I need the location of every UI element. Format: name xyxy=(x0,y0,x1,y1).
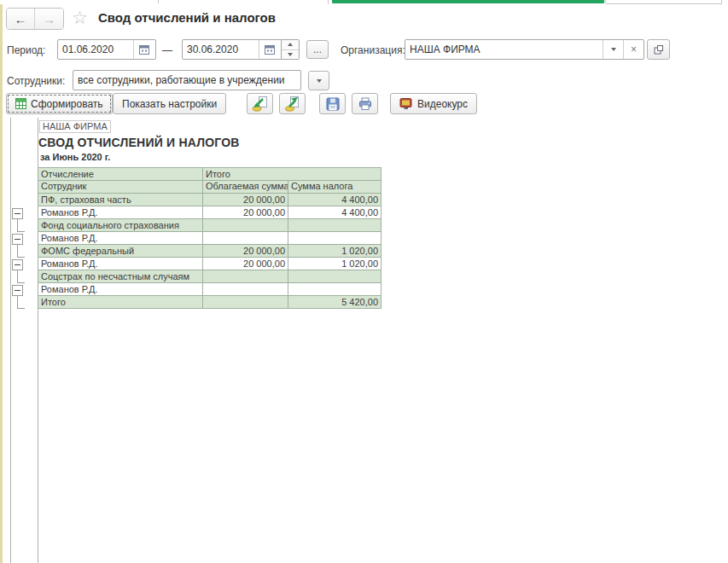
organization-dropdown-button[interactable] xyxy=(603,40,623,59)
report-company-cell[interactable]: НАША ФИРМА xyxy=(39,120,111,133)
minus-icon xyxy=(15,264,20,265)
organization-clear-button[interactable]: × xyxy=(623,40,644,59)
calendar-button[interactable] xyxy=(133,40,154,59)
cell-taxable[interactable] xyxy=(203,283,288,296)
tab-separator xyxy=(328,0,329,4)
floppy-disk-icon xyxy=(326,97,340,111)
video-monitor-icon xyxy=(399,97,413,110)
employees-dropdown-button[interactable] xyxy=(308,71,329,90)
active-tab-indicator[interactable] xyxy=(332,0,604,3)
group-expander[interactable] xyxy=(12,259,23,270)
print-button[interactable] xyxy=(352,93,378,114)
table-row: Романов Р.Д. xyxy=(38,283,381,296)
forward-button[interactable]: → xyxy=(35,9,63,29)
calendar-icon xyxy=(265,44,275,55)
organization-field: × xyxy=(405,39,644,60)
period-to-input[interactable] xyxy=(183,40,259,59)
cell-tax[interactable] xyxy=(288,270,381,283)
cell-taxable[interactable]: 20 000,00 xyxy=(203,206,288,219)
minus-icon xyxy=(15,290,20,291)
table-row: Романов Р.Д. 20 000,00 4 400,00 xyxy=(38,206,381,219)
table-row: Романов Р.Д. xyxy=(38,232,381,245)
tree-line xyxy=(17,296,18,309)
tree-line xyxy=(17,270,18,283)
close-icon: × xyxy=(631,44,637,55)
group-expander[interactable] xyxy=(12,234,23,245)
printer-icon xyxy=(358,97,372,111)
group-expander[interactable] xyxy=(12,285,23,296)
back-button[interactable]: ← xyxy=(7,9,35,29)
generate-button[interactable]: Сформировать xyxy=(6,93,113,114)
cell-tax[interactable]: 1 020,00 xyxy=(288,258,381,270)
show-settings-button[interactable]: Показать настройки xyxy=(113,93,226,114)
cell-employee[interactable]: Романов Р.Д. xyxy=(38,283,203,296)
nav-history-group: ← → xyxy=(6,8,64,30)
cell-deduction[interactable]: Фонд социального страхования xyxy=(38,219,203,232)
cell-employee[interactable]: Романов Р.Д. xyxy=(38,206,203,219)
col-header-taxable[interactable]: Облагаемая сумма xyxy=(203,181,288,194)
cell-tax[interactable] xyxy=(288,283,381,296)
settings-button-label: Показать настройки xyxy=(122,98,217,110)
chevron-down-icon xyxy=(317,79,322,83)
period-more-button[interactable]: ... xyxy=(306,40,329,59)
col-header-total[interactable]: Итого xyxy=(203,168,381,181)
chevron-down-icon xyxy=(611,48,616,51)
cell-taxable[interactable] xyxy=(203,296,288,309)
table-header-row: Отчисление Итого xyxy=(38,168,381,181)
cell-tax[interactable]: 4 400,00 xyxy=(288,206,381,219)
period-to-field xyxy=(182,39,282,60)
cell-taxable[interactable]: 20 000,00 xyxy=(203,194,288,206)
chevron-up-icon xyxy=(288,43,293,46)
employees-input[interactable] xyxy=(73,71,300,90)
col-header-employee[interactable]: Сотрудник xyxy=(38,181,203,194)
videocourse-button[interactable]: Видеокурс xyxy=(390,93,477,114)
tree-line xyxy=(17,219,18,232)
period-dash: — xyxy=(162,44,172,56)
tree-line xyxy=(17,231,25,232)
table-row: Фонд социального страхования xyxy=(38,219,381,232)
period-from-input[interactable] xyxy=(58,40,133,59)
generate-button-label: Сформировать xyxy=(31,98,103,110)
calendar-button[interactable] xyxy=(259,40,279,59)
cell-employee[interactable]: Романов Р.Д. xyxy=(38,232,203,245)
cell-deduction[interactable]: ФОМС федеральный xyxy=(38,245,203,258)
group-expander[interactable] xyxy=(12,208,23,219)
period-stepper xyxy=(282,39,300,60)
col-header-deduction[interactable]: Отчисление xyxy=(38,168,203,181)
tree-line xyxy=(17,308,25,309)
cell-employee[interactable]: Романов Р.Д. xyxy=(38,258,203,270)
table-total-row: Итого 5 420,00 xyxy=(38,296,381,309)
load-report-variant-button[interactable] xyxy=(247,93,273,114)
period-label: Период: xyxy=(7,44,45,56)
cell-tax[interactable] xyxy=(288,232,381,245)
cell-taxable[interactable] xyxy=(203,219,288,232)
table-header-row: Сотрудник Облагаемая сумма Сумма налога xyxy=(38,181,381,194)
favorite-star-icon[interactable]: ☆ xyxy=(72,8,88,28)
cell-deduction[interactable]: ПФ, страховая часть xyxy=(38,194,203,206)
cell-deduction[interactable]: Соцстрах по несчастным случаям xyxy=(38,270,203,283)
stepper-up-button[interactable] xyxy=(282,40,299,49)
cell-tax[interactable] xyxy=(288,219,381,232)
cell-total-label[interactable]: Итого xyxy=(38,296,203,309)
minus-icon xyxy=(15,213,20,214)
cell-tax[interactable]: 1 020,00 xyxy=(288,245,381,258)
organization-input[interactable] xyxy=(405,40,603,59)
table-row: Соцстрах по несчастным случаям xyxy=(38,270,381,283)
col-header-tax[interactable]: Сумма налога xyxy=(288,181,381,194)
cell-taxable[interactable] xyxy=(203,232,288,245)
cell-tax[interactable]: 5 420,00 xyxy=(288,296,381,309)
cell-taxable[interactable]: 20 000,00 xyxy=(203,245,288,258)
back-arrow-icon: ← xyxy=(15,12,27,26)
organization-open-button[interactable] xyxy=(647,39,670,60)
save-report-variant-button[interactable] xyxy=(279,93,306,114)
minus-icon xyxy=(15,239,20,240)
tree-line xyxy=(17,257,25,258)
save-button[interactable] xyxy=(319,93,346,114)
cell-taxable[interactable]: 20 000,00 xyxy=(203,258,288,270)
tab-separator xyxy=(158,0,159,3)
stepper-down-button[interactable] xyxy=(282,49,299,60)
report-subtitle: за Июнь 2020 г. xyxy=(40,152,110,162)
cell-taxable[interactable] xyxy=(203,270,288,283)
cell-tax[interactable]: 4 400,00 xyxy=(288,194,381,206)
tree-line xyxy=(17,245,18,258)
